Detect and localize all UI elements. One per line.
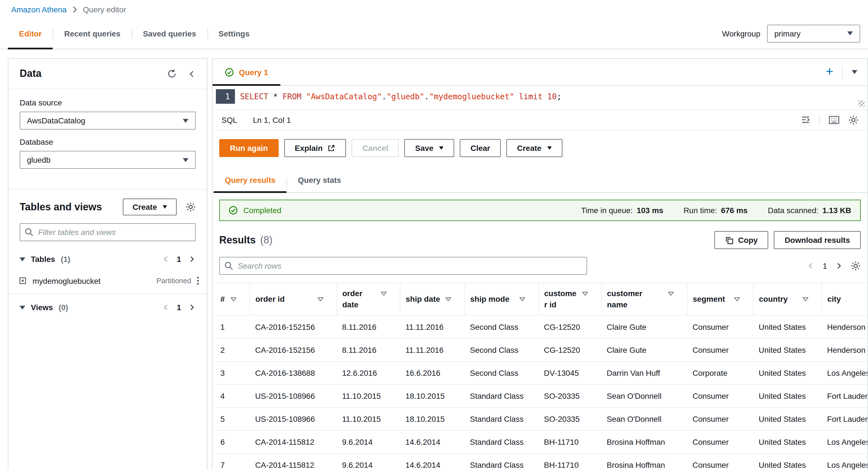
- tables-page-number[interactable]: 1: [177, 255, 181, 263]
- code-token: [542, 92, 547, 101]
- line-number: 1: [216, 89, 235, 104]
- section-expand-caret-icon: [20, 305, 25, 309]
- next-page-icon[interactable]: [188, 255, 196, 263]
- views-section-header[interactable]: Views (0) 1: [8, 294, 207, 320]
- tab-editor[interactable]: Editor: [8, 18, 53, 49]
- download-results-label: Download results: [785, 236, 850, 245]
- new-query-tab-icon[interactable]: +: [826, 65, 833, 78]
- results-table-body: 1CA-2016-1521568.11.201611.11.2016Second…: [214, 315, 867, 470]
- tab-list-caret-icon[interactable]: [852, 70, 857, 74]
- column-header-customer-name[interactable]: customer name: [601, 283, 687, 315]
- table-cell: 16.6.2016: [400, 361, 464, 384]
- column-header-ship-mode[interactable]: ship mode: [464, 283, 538, 315]
- table-cell: Henderson: [822, 338, 867, 361]
- data-source-select[interactable]: AwsDataCatalog: [20, 112, 196, 130]
- results-tab-bar: Query results Query stats: [213, 167, 867, 193]
- column-sort-icon: [229, 295, 237, 303]
- code-token: [514, 92, 519, 101]
- explain-label: Explain: [294, 144, 323, 153]
- search-rows-input[interactable]: [219, 257, 587, 275]
- column-header-order-id[interactable]: order id: [250, 283, 336, 315]
- breadcrumb-link-amazon-athena[interactable]: Amazon Athena: [11, 5, 67, 14]
- table-cell: 6: [214, 430, 250, 453]
- table-row: 3CA-2016-13868812.6.201616.6.2016Second …: [214, 361, 867, 384]
- table-cell: Los Angeles: [822, 430, 867, 453]
- column-header-ship-date[interactable]: ship date: [400, 283, 464, 315]
- workgroup-select[interactable]: primary: [767, 24, 860, 42]
- column-header-customer-id[interactable]: customer id: [538, 283, 601, 315]
- download-results-button[interactable]: Download results: [774, 231, 861, 249]
- table-cell: United States: [753, 407, 822, 430]
- data-source-value: AwsDataCatalog: [27, 116, 85, 125]
- table-cell: CG-12520: [538, 315, 601, 338]
- tab-saved-queries-label: Saved queries: [143, 29, 196, 38]
- table-cell: DV-13045: [538, 361, 601, 384]
- editor-resize-handle[interactable]: [859, 100, 865, 106]
- code-token: "gluedb": [386, 92, 425, 101]
- code-token: .: [425, 92, 429, 101]
- table-cell: US-2015-108966: [250, 384, 336, 407]
- column-header-order-date[interactable]: order date: [336, 283, 400, 315]
- column-header-label: segment: [693, 293, 725, 305]
- tab-settings[interactable]: Settings: [208, 18, 261, 49]
- table-cell: Los Angeles: [822, 361, 867, 384]
- database-select[interactable]: gluedb: [20, 151, 196, 169]
- create-table-button[interactable]: Create: [123, 198, 177, 215]
- kebab-menu-icon[interactable]: [197, 276, 199, 285]
- format-query-icon[interactable]: [801, 115, 810, 125]
- tab-recent-queries-label: Recent queries: [64, 29, 121, 38]
- run-again-button[interactable]: Run again: [219, 139, 278, 157]
- metric-data-scanned: Data scanned:1.13 KB: [768, 206, 851, 215]
- prev-page-icon[interactable]: [807, 262, 815, 270]
- query-tab-1[interactable]: Query 1: [213, 59, 280, 85]
- table-cell: 5: [214, 407, 250, 430]
- status-label: Completed: [243, 206, 281, 215]
- table-item-name: mydemogluebucket: [33, 276, 101, 285]
- gear-icon[interactable]: [186, 202, 196, 212]
- refresh-icon[interactable]: [167, 69, 177, 79]
- table-row: 7CA-2014-1158129.6.201414.6.2014Standard…: [214, 453, 867, 470]
- table-row: 6CA-2014-1158129.6.201414.6.2014Standard…: [214, 430, 867, 453]
- table-cell: 7: [214, 453, 250, 470]
- chevron-down-icon: [439, 146, 443, 150]
- save-button[interactable]: Save: [405, 139, 454, 157]
- prev-page-icon[interactable]: [162, 304, 170, 311]
- cancel-button[interactable]: Cancel: [352, 139, 399, 157]
- column-header-segment[interactable]: segment: [687, 283, 753, 315]
- views-page-number[interactable]: 1: [177, 303, 181, 312]
- column-header--[interactable]: #: [214, 283, 250, 315]
- table-cell: Darrin Van Huff: [601, 361, 687, 384]
- next-page-icon[interactable]: [835, 262, 843, 270]
- code-line[interactable]: SELECT * FROM "AwsDataCatalog"."gluedb".…: [235, 92, 562, 101]
- next-page-icon[interactable]: [188, 304, 196, 311]
- insert-table-icon[interactable]: [19, 277, 27, 285]
- column-header-country[interactable]: country: [753, 283, 822, 315]
- column-header-city[interactable]: city: [822, 283, 867, 315]
- explain-button[interactable]: Explain: [284, 139, 346, 157]
- create-button[interactable]: Create: [506, 139, 562, 157]
- tables-section-header[interactable]: Tables (1) 1: [8, 246, 207, 272]
- table-cell: United States: [753, 453, 822, 470]
- tab-editor-label: Editor: [19, 29, 42, 38]
- table-cell: United States: [753, 315, 822, 338]
- prev-page-icon[interactable]: [162, 255, 170, 263]
- tab-query-results[interactable]: Query results: [214, 167, 287, 192]
- gear-icon[interactable]: [850, 261, 861, 271]
- table-cell: CG-12520: [538, 338, 601, 361]
- gear-icon[interactable]: [848, 115, 859, 125]
- tab-query-stats[interactable]: Query stats: [287, 167, 352, 192]
- chevron-down-icon: [183, 119, 188, 123]
- keyboard-shortcuts-icon[interactable]: [829, 115, 839, 124]
- table-cell: 11.10.2015: [336, 407, 400, 430]
- clear-button[interactable]: Clear: [460, 139, 501, 157]
- table-cell: CA-2016-152156: [250, 315, 336, 338]
- collapse-panel-icon[interactable]: [188, 70, 196, 78]
- table-item-mydemogluebucket[interactable]: mydemogluebucket Partitioned: [8, 272, 207, 293]
- copy-button[interactable]: Copy: [715, 231, 769, 249]
- filter-tables-input[interactable]: [20, 223, 196, 241]
- code-token: 10: [547, 92, 557, 101]
- tab-saved-queries[interactable]: Saved queries: [132, 18, 208, 49]
- table-cell: CA-2016-152156: [250, 338, 336, 361]
- results-page-number[interactable]: 1: [823, 261, 827, 270]
- tab-recent-queries[interactable]: Recent queries: [53, 18, 132, 49]
